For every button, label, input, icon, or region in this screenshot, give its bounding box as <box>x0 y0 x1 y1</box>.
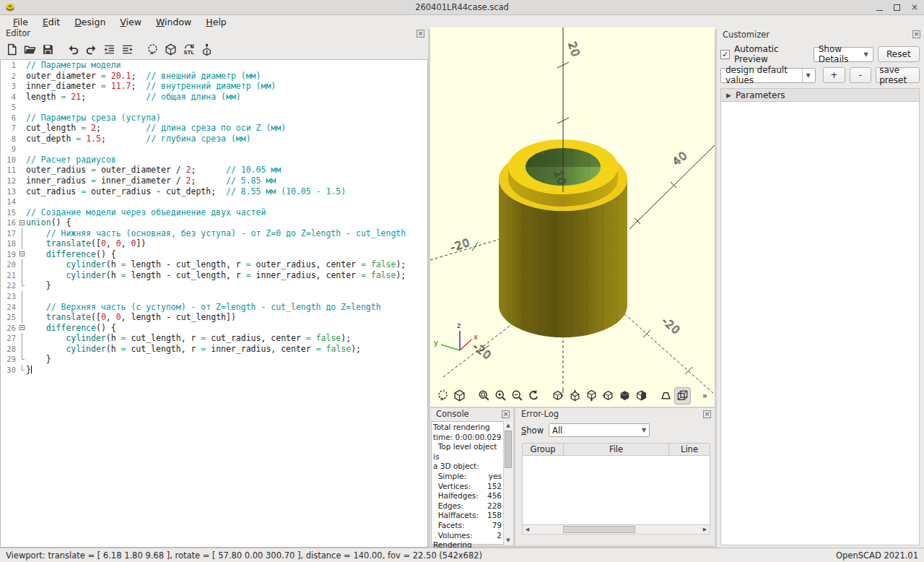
code-line[interactable]: 26 difference() { <box>1 323 427 334</box>
3d-viewport-canvas[interactable]: -20 -20 -20 20 10 40 <box>430 27 715 407</box>
view-right-button[interactable] <box>549 387 566 405</box>
automatic-preview-checkbox[interactable]: ✓ <box>720 50 730 59</box>
view-bottom-button[interactable] <box>583 387 600 405</box>
code-editor[interactable]: 1// Параметры модели2outer_diameter = 20… <box>0 59 428 548</box>
fold-marker-icon[interactable] <box>19 217 26 228</box>
preview-button[interactable]: » <box>144 40 162 58</box>
send-to-printer-button[interactable] <box>198 40 216 58</box>
view-left-button[interactable] <box>600 387 616 405</box>
scroll-up-icon[interactable]: ▲ <box>504 421 513 430</box>
reset-view-button[interactable] <box>526 387 542 405</box>
code-line[interactable]: 2outer_diameter = 20.1; // внешний диаме… <box>1 71 427 82</box>
preview-button[interactable]: » <box>435 387 451 405</box>
scrollbar-thumb[interactable] <box>505 431 512 468</box>
code-line[interactable]: 24 // Верхняя часть (с уступом) - от Z=l… <box>1 302 427 313</box>
render-icon <box>165 43 177 56</box>
console-stat-line: Volumes:2 <box>433 531 502 541</box>
code-line[interactable]: 12inner_radius = inner_diameter / 2; // … <box>1 176 427 186</box>
export-stl-button[interactable]: STL <box>180 40 198 58</box>
console-close-icon[interactable]: × <box>502 410 510 418</box>
view-all-button[interactable] <box>475 387 492 405</box>
orthogonal-button[interactable] <box>674 387 691 405</box>
preset-dropdown[interactable]: design default values ▼ <box>720 68 816 83</box>
render-button[interactable] <box>451 387 468 405</box>
minimize-button[interactable] <box>876 5 883 11</box>
column-header-file[interactable]: File <box>563 443 668 456</box>
perspective-button[interactable] <box>657 387 674 405</box>
scroll-left-icon[interactable]: ◀ <box>523 525 532 534</box>
code-line[interactable]: 13cut_radius = outer_radius - cut_depth;… <box>1 186 427 197</box>
open-file-button[interactable] <box>21 40 39 58</box>
code-line[interactable]: 23 <box>1 291 427 302</box>
fold-marker-icon[interactable] <box>19 249 26 260</box>
fold-marker-icon[interactable] <box>19 323 26 334</box>
line-number: 21 <box>1 270 19 281</box>
code-text: inner_radius = inner_diameter / 2; // 5.… <box>26 176 276 186</box>
code-line[interactable]: 29 } <box>1 354 427 365</box>
customizer-close-icon[interactable]: × <box>912 30 920 38</box>
code-line[interactable]: 9 <box>1 144 427 155</box>
more-button[interactable]: » <box>698 387 715 405</box>
code-line[interactable]: 20 cylinder(h = length - cut_length, r =… <box>1 259 427 270</box>
parameters-section-header[interactable]: ▶ Parameters <box>720 88 920 102</box>
line-number: 1 <box>1 60 19 71</box>
error-filter-dropdown[interactable]: All ▼ <box>549 423 650 437</box>
remove-preset-button[interactable]: - <box>850 67 871 83</box>
scroll-right-icon[interactable]: ▶ <box>700 525 710 534</box>
column-header-line[interactable]: Line <box>668 443 710 456</box>
maximize-button[interactable] <box>894 4 900 11</box>
save-file-button[interactable] <box>39 40 57 58</box>
new-file-button[interactable] <box>3 40 21 58</box>
undo-icon <box>67 43 79 56</box>
code-line[interactable]: 17 // Нижняя часть (основная, без уступа… <box>1 228 427 239</box>
code-line[interactable]: 22 } <box>1 280 427 291</box>
console-scrollbar[interactable]: ▲ ▼ <box>503 421 513 545</box>
code-line[interactable]: 11outer_radius = outer_diameter / 2; // … <box>1 165 427 176</box>
fold-gutter <box>19 123 26 134</box>
code-line[interactable]: 15// Создание модели через объединение д… <box>1 207 427 218</box>
code-line[interactable]: 5 <box>1 102 427 113</box>
code-line[interactable]: 30} <box>1 365 427 376</box>
chevron-right-icon: ▶ <box>726 92 731 99</box>
add-preset-button[interactable]: + <box>823 67 845 83</box>
unindent-button[interactable] <box>100 40 118 58</box>
redo-button[interactable] <box>82 40 100 58</box>
error-log-hscrollbar[interactable]: ◀ ▶ <box>522 525 710 535</box>
code-line[interactable]: 21 cylinder(h = length - cut_length, r =… <box>1 270 427 281</box>
save-preset-button[interactable]: save preset <box>876 67 920 83</box>
code-line[interactable]: 14 <box>1 196 427 207</box>
code-line[interactable]: 10// Расчет радиусов <box>1 155 427 165</box>
column-header-group[interactable]: Group <box>522 443 563 456</box>
code-line[interactable]: 19 difference() { <box>1 249 427 260</box>
code-line[interactable]: 16union() { <box>1 217 427 228</box>
undo-button[interactable] <box>64 40 82 58</box>
error-log-close-icon[interactable]: × <box>703 410 711 418</box>
code-text: difference() { <box>26 323 116 334</box>
code-line[interactable]: 1// Параметры модели <box>1 60 427 71</box>
code-line[interactable]: 3inner_diameter = 11.7; // внутренний ди… <box>1 81 427 92</box>
view-top-button[interactable] <box>566 387 583 405</box>
close-button[interactable]: × <box>911 0 918 15</box>
view-back-button[interactable] <box>633 387 650 405</box>
open-file-icon <box>24 43 36 56</box>
render-button[interactable] <box>162 40 180 58</box>
code-line[interactable]: 8cut_depth = 1.5; // глубина среза (мм) <box>1 134 427 144</box>
indent-button[interactable] <box>118 40 136 58</box>
stat-label: Halfedges: <box>433 491 479 501</box>
stat-label: Halffacets: <box>433 511 479 521</box>
code-line[interactable]: 6// Параметры среза (уступа) <box>1 113 427 124</box>
reset-button[interactable]: Reset <box>878 46 920 62</box>
scroll-down-icon[interactable]: ▼ <box>504 536 513 545</box>
code-line[interactable]: 7cut_length = 2; // длина среза по оси Z… <box>1 123 427 134</box>
code-line[interactable]: 4length = 21; // общая длина (мм) <box>1 92 427 103</box>
view-front-button[interactable] <box>616 387 633 405</box>
code-line[interactable]: 18 translate([0, 0, 0]) <box>1 238 427 249</box>
details-dropdown[interactable]: Show Details ▼ <box>814 47 873 62</box>
code-line[interactable]: 28 cylinder(h = cut_length, r = inner_ra… <box>1 344 427 355</box>
code-line[interactable]: 27 cylinder(h = cut_length, r = cut_radi… <box>1 333 427 344</box>
zoom-in-button[interactable] <box>492 387 509 405</box>
zoom-out-button[interactable] <box>509 387 526 405</box>
editor-close-icon[interactable]: × <box>417 30 424 38</box>
scrollbar-thumb[interactable] <box>563 526 635 533</box>
code-line[interactable]: 25 translate([0, 0, length - cut_length]… <box>1 312 427 323</box>
